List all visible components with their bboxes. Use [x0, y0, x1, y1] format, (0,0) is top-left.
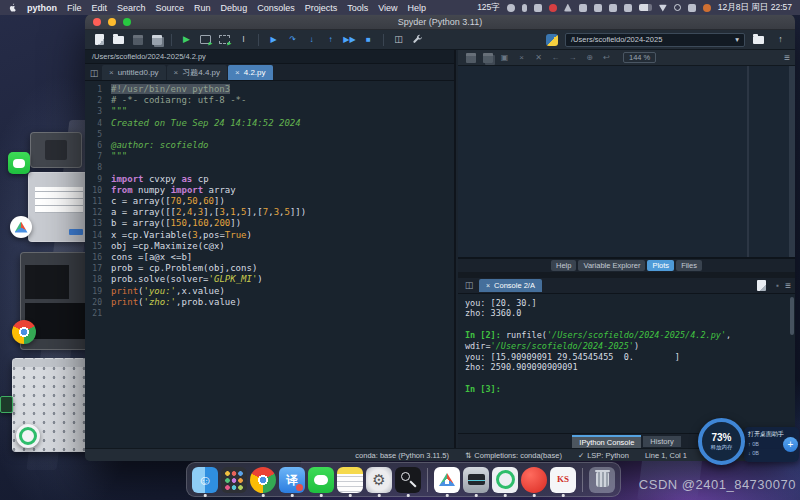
recorder-badge-icon[interactable] [16, 424, 40, 448]
paw-icon[interactable] [579, 4, 587, 12]
debug-file-button[interactable]: ▶ [265, 32, 282, 48]
console-tab[interactable]: × Console 2/A [479, 279, 542, 292]
dock-ks-icon[interactable]: KS [550, 467, 576, 493]
wechat-badge-icon[interactable] [8, 152, 30, 174]
dock-translate-icon[interactable]: 译 [279, 467, 305, 493]
zoom-in-plot-button[interactable]: ⊕ [582, 51, 597, 65]
menu-edit[interactable]: Edit [92, 3, 108, 13]
close-tab-icon[interactable]: × [235, 68, 240, 77]
browse-tabs-icon[interactable]: ◫ [87, 65, 101, 80]
dock-recorder-icon[interactable] [492, 467, 518, 493]
dock-apple-red-icon[interactable] [521, 467, 547, 493]
menu-help[interactable]: Help [408, 3, 427, 13]
dock-netapp-icon[interactable] [434, 467, 460, 493]
stop-debugging-button[interactable]: ■ [360, 32, 377, 48]
save-file-button[interactable] [129, 32, 146, 48]
minimized-window-preview-2[interactable] [28, 172, 90, 242]
menu-run[interactable]: Run [194, 3, 211, 13]
save-plot-button[interactable] [463, 51, 478, 65]
dock-trash-icon[interactable] [589, 467, 615, 493]
dock-finder-icon[interactable]: ☺ [192, 467, 218, 493]
next-plot-button[interactable]: → [565, 51, 580, 65]
tab-plots[interactable]: Plots [647, 260, 674, 271]
step-into-button[interactable]: ↓ [303, 32, 320, 48]
remove-plot-button[interactable]: × [514, 51, 529, 65]
close-tab-icon[interactable]: × [174, 68, 179, 77]
console-options-menu-icon[interactable]: ≡ [785, 280, 791, 291]
new-console-icon[interactable] [753, 277, 770, 293]
title-bar[interactable]: Spyder (Python 3.11) [85, 14, 795, 30]
menu-file[interactable]: File [67, 3, 82, 13]
dock-monitor-icon[interactable] [463, 467, 489, 493]
wifi-icon[interactable] [659, 4, 667, 12]
spotlight-search-icon[interactable] [674, 4, 681, 11]
tab-files[interactable]: Files [676, 260, 702, 271]
screen-mirroring-icon[interactable] [609, 4, 617, 12]
interrupt-kernel-icon[interactable]: ▪ [776, 281, 779, 290]
step-over-button[interactable]: ↷ [284, 32, 301, 48]
editor-tab-4.2.py[interactable]: ×4.2.py [228, 65, 272, 80]
menu-debug[interactable]: Debug [221, 3, 248, 13]
desktop-assistant-widget[interactable]: 打开桌面助手 ↑ 0B ↓ 0B + [744, 427, 799, 462]
run-cell-button[interactable] [197, 32, 214, 48]
menu-app-name[interactable]: python [27, 3, 57, 13]
menu-view[interactable]: View [378, 3, 397, 13]
zoom-out-plot-button[interactable]: ↩ [599, 51, 614, 65]
dock-settings-icon[interactable]: ⚙ [366, 467, 392, 493]
emoji-icon[interactable] [507, 4, 515, 12]
dock-passwords-icon[interactable] [395, 467, 421, 493]
memory-cleaner-widget[interactable]: 73% 释放内存 [698, 418, 745, 465]
step-out-button[interactable]: ↑ [322, 32, 339, 48]
display-icon[interactable] [688, 4, 696, 12]
network-app-badge-icon[interactable] [10, 216, 32, 238]
parent-directory-button[interactable]: ↑ [772, 32, 789, 48]
editor-tab-习题4.4.py[interactable]: ×习题4.4.py [167, 65, 227, 80]
menu-source[interactable]: Source [156, 3, 185, 13]
save-all-plots-button[interactable] [480, 51, 495, 65]
battery-icon[interactable] [639, 4, 652, 11]
tab-history[interactable]: History [643, 436, 680, 447]
remove-all-plots-button[interactable]: ✕ [531, 51, 546, 65]
close-tab-icon[interactable]: × [109, 68, 114, 77]
plots-canvas[interactable] [458, 66, 795, 258]
working-directory-selector[interactable]: /Users/scofieldo/2024-2025 ▾ [565, 33, 745, 47]
input-source-icon[interactable] [703, 4, 711, 12]
new-file-button[interactable] [91, 32, 108, 48]
open-file-button[interactable] [110, 32, 127, 48]
menu-search[interactable]: Search [117, 3, 146, 13]
network-app-icon[interactable] [564, 4, 572, 12]
tab-variable-explorer[interactable]: Variable Explorer [578, 260, 645, 271]
assistant-plus-button[interactable]: + [783, 437, 798, 452]
run-file-button[interactable]: ▶ [178, 32, 195, 48]
bluetooth-icon[interactable] [624, 4, 632, 12]
save-all-button[interactable] [148, 32, 165, 48]
dock-notes-icon[interactable] [337, 467, 363, 493]
previous-plot-button[interactable]: ← [548, 51, 563, 65]
menu-consoles[interactable]: Consoles [257, 3, 295, 13]
stage-manager-icon[interactable] [594, 4, 602, 12]
terminal-badge-icon[interactable] [0, 396, 13, 413]
tab-help[interactable]: Help [551, 260, 576, 271]
screen-recording-icon[interactable] [549, 4, 557, 12]
dock-wechat-icon[interactable] [308, 467, 334, 493]
plots-scrollbar[interactable] [789, 66, 795, 257]
run-selection-button[interactable]: I [235, 32, 252, 48]
tab-ipython-console[interactable]: IPython Console [572, 435, 641, 448]
chrome-badge-icon[interactable] [12, 320, 36, 344]
plots-options-menu-icon[interactable]: ≡ [784, 52, 790, 63]
browse-working-directory-button[interactable] [750, 32, 767, 48]
copy-plot-button[interactable]: ▣ [497, 51, 512, 65]
continue-execution-button[interactable]: ▶▶ [341, 32, 358, 48]
microphone-icon[interactable] [522, 4, 527, 12]
ipython-console[interactable]: you: [20. 30.]zho: 3360.0 In [2]: runfil… [458, 294, 795, 433]
menu-projects[interactable]: Projects [305, 3, 338, 13]
keyboard-icon[interactable] [534, 4, 542, 12]
menu-tools[interactable]: Tools [347, 3, 368, 13]
code-editor[interactable]: 1#!/usr/bin/env python32# -*- codiarng: … [85, 81, 454, 448]
run-cell-advance-button[interactable] [216, 32, 233, 48]
dock-chrome-icon[interactable] [250, 467, 276, 493]
dock-launchpad-icon[interactable] [221, 467, 247, 493]
preferences-button[interactable] [409, 32, 426, 48]
browse-console-tabs-icon[interactable]: ◫ [462, 278, 476, 293]
menu-clock[interactable]: 12月8日 周日 22:57 [718, 2, 792, 14]
